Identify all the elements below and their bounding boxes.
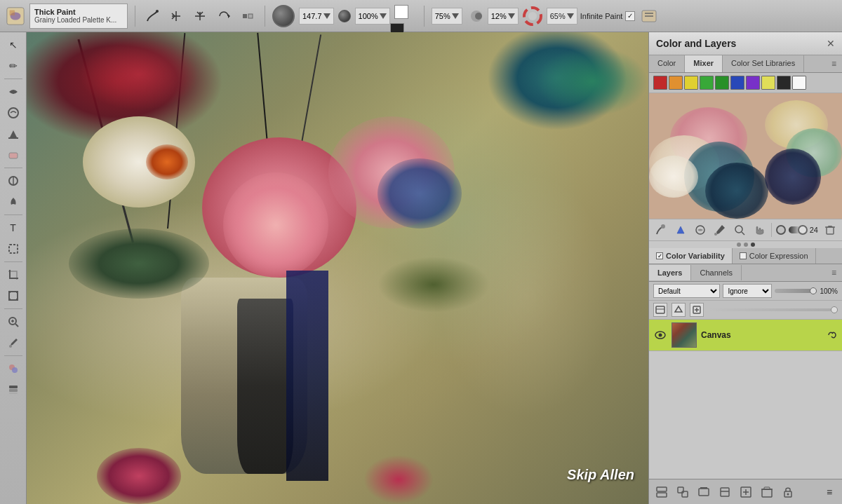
tool-layer[interactable] xyxy=(4,380,23,400)
tool-burn[interactable] xyxy=(4,192,23,212)
svg-rect-25 xyxy=(8,291,11,293)
tool-pointer[interactable]: ↖ xyxy=(4,35,23,55)
dot-1[interactable] xyxy=(737,243,741,247)
layer-visibility-icon[interactable] xyxy=(653,328,667,342)
tab-layers[interactable]: Layers xyxy=(649,265,691,280)
rotate-icon[interactable] xyxy=(214,6,234,26)
panel-close-icon[interactable]: ✕ xyxy=(827,38,835,49)
tool-sep-2 xyxy=(4,168,22,168)
tool-text[interactable]: T xyxy=(4,218,23,238)
swatch-green-light[interactable] xyxy=(700,76,714,90)
tab-color-variability[interactable]: ✓ Color Variability xyxy=(649,248,733,264)
color-mixer-slider[interactable] xyxy=(789,226,801,233)
color-mixer-thumb[interactable] xyxy=(798,225,808,235)
mirror-icon[interactable] xyxy=(238,6,258,26)
blend-mode-select[interactable]: Default Multiply Screen xyxy=(653,284,720,298)
layer-chain-icon[interactable] xyxy=(827,329,838,341)
mix-hand-icon[interactable] xyxy=(751,222,767,238)
layers-bottom-icon-2[interactable] xyxy=(674,484,691,500)
tool-dodge[interactable] xyxy=(4,171,23,191)
infinite-paint-opacity[interactable]: 65% xyxy=(547,8,577,25)
blend-control[interactable]: 12% xyxy=(488,8,519,25)
canvas-area[interactable]: Skip Allen xyxy=(27,32,648,504)
tool-mixer[interactable] xyxy=(4,359,23,379)
tool-fill[interactable] xyxy=(4,124,23,144)
infinite-paint-checkbox[interactable]: ✓ xyxy=(625,11,635,21)
mixer-dots-row xyxy=(649,241,842,248)
grain-control[interactable]: 75% xyxy=(432,8,462,25)
mix-zoom-icon[interactable] xyxy=(732,222,747,238)
mix-brush-icon[interactable] xyxy=(653,222,669,238)
layers-bottom-lock[interactable] xyxy=(780,484,796,500)
sep1 xyxy=(135,6,135,27)
layer-btn-3[interactable] xyxy=(690,303,704,317)
color-wheel-icon[interactable] xyxy=(523,6,542,26)
tab-channels[interactable]: Channels xyxy=(691,265,741,280)
swatch-black[interactable] xyxy=(777,76,791,90)
swatch-green-dark[interactable] xyxy=(715,76,729,90)
mix-eyedropper-icon[interactable] xyxy=(712,222,728,238)
tab-color[interactable]: Color xyxy=(649,55,685,72)
layers-bottom-icon-1[interactable] xyxy=(653,484,670,500)
swatch-red[interactable] xyxy=(653,76,667,90)
layers-bottom-settings[interactable]: ≡ xyxy=(821,484,838,500)
expression-label: Color Expression xyxy=(749,252,808,260)
swatch-orange[interactable] xyxy=(669,76,683,90)
swatch-purple[interactable] xyxy=(746,76,760,90)
brush-info[interactable]: Thick Paint Grainy Loaded Palette K... xyxy=(29,4,128,29)
dot-2[interactable] xyxy=(744,243,748,247)
tab-color-expression[interactable]: Color Expression xyxy=(733,248,816,264)
slider-circle-icon xyxy=(776,225,786,235)
layers-bottom-icon-3[interactable] xyxy=(695,484,712,500)
mix-fill-icon[interactable] xyxy=(673,222,688,238)
layer-btn-2[interactable] xyxy=(671,303,686,317)
swatch-yellow[interactable] xyxy=(684,76,698,90)
layer-btn-1[interactable] xyxy=(653,303,667,317)
size-control[interactable]: 147.7 xyxy=(299,8,334,25)
tool-brush[interactable]: ✏ xyxy=(4,56,23,76)
mixer-canvas[interactable] xyxy=(649,93,842,219)
variability-checkbox[interactable]: ✓ xyxy=(656,252,663,259)
foreground-color[interactable] xyxy=(394,5,408,19)
tab-mixer[interactable]: Mixer xyxy=(685,55,723,72)
watermark: Skip Allen xyxy=(567,467,634,483)
layers-bottom-icon-4[interactable] xyxy=(716,484,733,500)
opacity-control[interactable]: 100% xyxy=(355,8,390,25)
tool-smear[interactable] xyxy=(4,82,23,102)
svg-point-53 xyxy=(659,334,662,337)
tool-selection[interactable] xyxy=(4,239,23,259)
tool-eraser[interactable] xyxy=(4,145,23,165)
opacity-thumb[interactable] xyxy=(810,287,817,294)
swatch-yellow-light[interactable] xyxy=(761,76,775,90)
opacity-slider[interactable] xyxy=(775,289,817,293)
brush-mod-1-icon[interactable] xyxy=(142,6,162,26)
swatch-blue[interactable] xyxy=(730,76,744,90)
swatch-white[interactable] xyxy=(792,76,806,90)
symmetry-h-icon[interactable] xyxy=(166,6,186,26)
svg-rect-60 xyxy=(721,488,729,496)
color-squares[interactable] xyxy=(394,5,417,27)
layer-canvas-row[interactable]: Canvas xyxy=(649,320,842,351)
clear-mixer-icon[interactable] xyxy=(822,222,838,238)
tool-zoom[interactable] xyxy=(4,312,23,332)
mix-smear-icon[interactable] xyxy=(693,222,708,238)
symmetry-v-icon[interactable] xyxy=(190,6,210,26)
tool-blend[interactable] xyxy=(4,103,23,123)
layer-slider-thumb[interactable] xyxy=(831,306,838,313)
tool-sep-3 xyxy=(4,214,22,215)
tool-transform[interactable] xyxy=(4,286,23,306)
composite-select[interactable]: Ignore Wet Dry xyxy=(723,284,772,298)
expression-checkbox[interactable] xyxy=(740,252,747,259)
layers-bottom-delete[interactable] xyxy=(759,484,775,500)
layer-slider-track[interactable] xyxy=(708,308,838,311)
brush-library-icon[interactable] xyxy=(639,6,659,26)
tool-eyedropper[interactable] xyxy=(4,333,23,353)
layer-opacity-control: 100% xyxy=(775,287,838,295)
section-tabs: ✓ Color Variability Color Expression xyxy=(649,248,842,264)
layers-bottom-new[interactable] xyxy=(737,484,754,500)
tab-more-icon[interactable]: ≡ xyxy=(826,55,842,72)
dot-3[interactable] xyxy=(751,243,755,247)
tab-color-sets[interactable]: Color Set Libraries xyxy=(723,55,804,72)
tool-crop[interactable] xyxy=(4,265,23,285)
layers-more-icon[interactable]: ≡ xyxy=(826,264,842,281)
